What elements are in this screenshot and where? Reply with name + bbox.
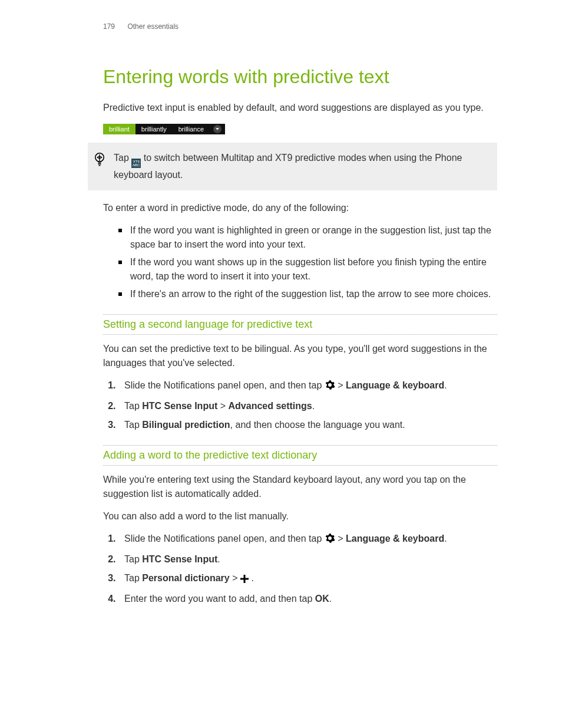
bullet-list: If the word you want is highlighted in g… — [103, 223, 497, 301]
svg-rect-8 — [240, 578, 249, 580]
list-item: Slide the Notifications panel open, and … — [118, 532, 497, 548]
steps-list: Slide the Notifications panel open, and … — [103, 378, 497, 432]
svg-rect-4 — [99, 165, 101, 166]
chevron-down-icon — [213, 125, 222, 133]
gear-icon — [325, 380, 335, 394]
list-item: If the word you want is highlighted in g… — [118, 223, 497, 252]
list-item: If the word you want shows up in the sug… — [118, 255, 497, 284]
plus-icon — [240, 573, 249, 587]
suggestion-bar: brilliant brilliantly brilliance — [103, 124, 225, 134]
lightbulb-icon — [94, 152, 105, 169]
sec2-p1: While you're entering text using the Sta… — [103, 473, 497, 501]
sec1-intro: You can set the predictive text to be bi… — [103, 342, 497, 370]
gear-icon — [325, 533, 335, 548]
svg-point-6 — [329, 537, 330, 539]
subheading-second-language: Setting a second language for predictive… — [103, 314, 497, 335]
steps-list: Slide the Notifications panel open, and … — [103, 532, 497, 606]
document-page: 179 Other essentials Entering words with… — [0, 0, 562, 652]
xt9-mode-icon: XT9 ABC — [131, 159, 141, 168]
suggestion-highlighted: brilliant — [103, 124, 135, 134]
svg-rect-3 — [98, 163, 101, 164]
svg-rect-2 — [98, 162, 101, 163]
suggestion-item: brilliance — [173, 124, 210, 134]
list-item: Tap Personal dictionary > . — [118, 571, 497, 587]
list-item: Tap HTC Sense Input > Advanced settings. — [118, 399, 497, 413]
list-item: If there's an arrow to the right of the … — [118, 287, 497, 301]
list-item: Tap HTC Sense Input. — [118, 552, 497, 566]
list-item: Slide the Notifications panel open, and … — [118, 378, 497, 394]
list-item: Tap Bilingual prediction, and then choos… — [118, 418, 497, 432]
tip-callout: Tap XT9 ABC to switch between Multitap a… — [88, 143, 497, 190]
svg-point-5 — [329, 384, 330, 386]
list-item: Enter the word you want to add, and then… — [118, 592, 497, 606]
page-number: 179 — [103, 22, 115, 31]
suggestion-item: brilliantly — [135, 124, 173, 134]
page-header: 179 Other essentials — [103, 22, 497, 31]
tip-text: Tap XT9 ABC to switch between Multitap a… — [114, 151, 487, 182]
intro-paragraph: Predictive text input is enabled by defa… — [103, 101, 497, 115]
subheading-add-word: Adding a word to the predictive text dic… — [103, 445, 497, 466]
sec2-p2: You can also add a word to the list manu… — [103, 509, 497, 523]
page-title: Entering words with predictive text — [103, 66, 497, 88]
lead-paragraph: To enter a word in predictive mode, do a… — [103, 201, 497, 215]
suggestion-more-arrow — [210, 124, 225, 134]
section-name: Other essentials — [127, 22, 178, 31]
